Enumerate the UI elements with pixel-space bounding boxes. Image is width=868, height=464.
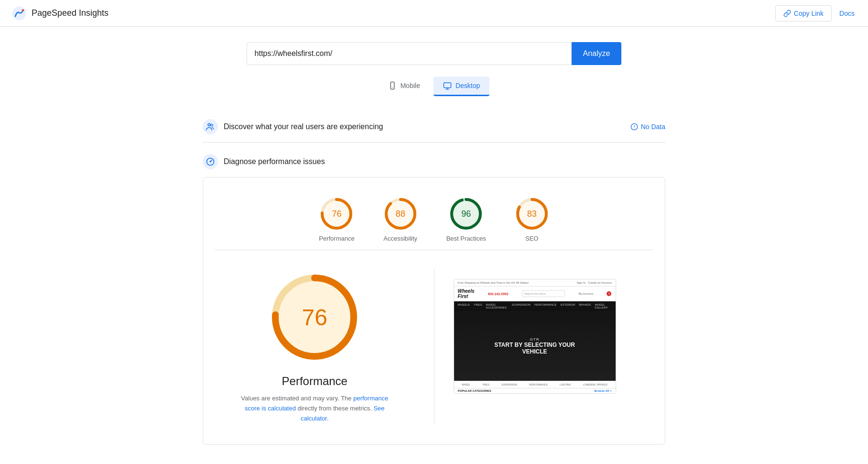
score-value-best-practices: 96 — [461, 209, 471, 219]
gauge-icon — [206, 157, 215, 166]
score-label-seo: SEO — [525, 235, 538, 242]
site-topbar-text: Free Shipping on Wheels and Tires in the… — [458, 281, 529, 284]
cat-wheel: WHEEL — [462, 383, 470, 386]
mobile-label: Mobile — [401, 82, 420, 89]
site-logo-text: WheelsFirst — [458, 288, 475, 299]
link-icon — [783, 10, 791, 17]
logo-area: PageSpeed Insights — [11, 6, 108, 21]
hero-title: START BY SELECTING YOURVEHICLE — [494, 342, 575, 355]
scores-row: 76 Performance 88 Accessibility — [215, 189, 653, 250]
no-data-badge: No Data — [630, 123, 665, 131]
real-users-title: Discover what your real users are experi… — [224, 122, 383, 131]
svg-point-1 — [22, 9, 24, 11]
users-icon — [206, 122, 215, 132]
nav-gallery: WHEEL GALLERY — [595, 303, 611, 309]
site-cart-icon: 0 — [607, 291, 611, 296]
score-note-mid: directly from these metrics. — [296, 405, 374, 412]
score-item-accessibility[interactable]: 88 Accessibility — [383, 197, 418, 242]
hero-content: GTR START BY SELECTING YOURVEHICLE — [494, 337, 575, 355]
hero-model: GTR — [494, 337, 575, 342]
real-users-title-row: Discover what your real users are experi… — [203, 119, 383, 134]
site-topbar-links: Sign In Create an Account — [576, 281, 611, 284]
cat-lighting: LIGHTING — [560, 383, 571, 386]
svg-point-3 — [392, 88, 393, 88]
diagnose-section: Diagnose performance issues 76 Performan… — [203, 154, 665, 445]
device-toggle: Mobile Desktop — [203, 77, 665, 96]
scores-panel: 76 Performance 88 Accessibility — [203, 177, 665, 445]
nav-tires: TIRES — [474, 303, 482, 309]
site-account-link: My Account — [578, 292, 593, 295]
large-score-section: 76 Performance Values are estimated and … — [215, 250, 653, 433]
cat-lowering: LOWERING SPRINGS — [583, 383, 608, 386]
vertical-divider — [434, 269, 434, 423]
cat-tires: TIRES — [482, 383, 489, 386]
real-users-icon — [203, 119, 218, 134]
site-search-bar: Search the store... — [522, 290, 565, 297]
copy-link-label: Copy Link — [794, 10, 824, 17]
svg-point-0 — [12, 6, 26, 20]
popular-cats-label: POPULAR CATEGORIES — [458, 389, 491, 392]
score-note: Values are estimated and may vary. The p… — [238, 394, 391, 423]
large-score-circle: 76 — [267, 269, 362, 365]
large-score-left: 76 Performance Values are estimated and … — [215, 269, 415, 423]
header-actions: Copy Link Docs — [775, 5, 857, 22]
screenshot-panel: Free Shipping on Wheels and Tires in the… — [454, 269, 654, 423]
header: PageSpeed Insights Copy Link Docs — [0, 0, 868, 27]
site-phone: 800.242.0952 — [488, 292, 509, 296]
docs-link[interactable]: Docs — [837, 6, 857, 21]
mobile-icon — [388, 81, 397, 90]
info-icon — [630, 123, 638, 131]
cat-suspension: SUSPENSION — [501, 383, 517, 386]
large-score-title: Performance — [282, 375, 347, 388]
mobile-tab[interactable]: Mobile — [379, 77, 430, 96]
diagnose-title: Diagnose performance issues — [224, 157, 325, 166]
copy-link-button[interactable]: Copy Link — [775, 5, 832, 22]
site-screenshot: Free Shipping on Wheels and Tires in the… — [454, 279, 616, 394]
search-section: Analyze — [203, 27, 665, 77]
nav-suspension: SUSPENSION — [512, 303, 531, 309]
site-header-bar: WheelsFirst 800.242.0952 Search the stor… — [454, 287, 616, 301]
app-title: PageSpeed Insights — [32, 8, 108, 18]
desktop-icon — [443, 81, 452, 90]
analyze-button[interactable]: Analyze — [572, 42, 622, 65]
site-mockup: Free Shipping on Wheels and Tires in the… — [454, 279, 616, 393]
pagespeed-logo-icon — [11, 6, 27, 21]
score-note-suffix: . — [327, 415, 329, 422]
site-nav-bar: WHEELS TIRES WHEEL ACCESSORIES SUSPENSIO… — [454, 301, 616, 311]
popular-cats-bar: POPULAR CATEGORIES Browse All > — [454, 388, 616, 393]
svg-point-6 — [211, 124, 213, 126]
site-hero: GTR START BY SELECTING YOURVEHICLE — [454, 311, 616, 381]
score-value-seo: 83 — [527, 209, 537, 219]
large-score-number: 76 — [302, 304, 327, 331]
svg-point-5 — [208, 123, 210, 126]
score-item-seo[interactable]: 83 SEO — [515, 197, 549, 242]
score-value-accessibility: 88 — [396, 209, 405, 219]
score-item-best-practices[interactable]: 96 Best Practices — [446, 197, 486, 242]
score-item-performance[interactable]: 76 Performance — [319, 197, 354, 242]
url-input-wrapper — [247, 42, 572, 65]
main-content: Analyze Mobile Desktop — [191, 27, 677, 445]
score-circle-best-practices: 96 — [449, 197, 483, 231]
popular-cats-more: Browse All > — [595, 389, 612, 392]
no-data-label: No Data — [641, 123, 665, 131]
score-value-performance: 76 — [332, 209, 341, 219]
score-circle-accessibility: 88 — [383, 197, 418, 231]
site-topbar: Free Shipping on Wheels and Tires in the… — [454, 279, 616, 287]
score-label-performance: Performance — [319, 235, 354, 242]
nav-wheels: WHEELS — [458, 303, 470, 309]
svg-rect-4 — [444, 83, 451, 88]
cat-performance: PERFORMANCE — [529, 383, 548, 386]
url-input[interactable] — [255, 49, 564, 58]
score-circle-performance: 76 — [319, 197, 354, 231]
nav-exterior: EXTERIOR — [561, 303, 575, 309]
score-note-prefix: Values are estimated and may vary. The — [241, 395, 353, 402]
diagnose-title-row: Diagnose performance issues — [203, 154, 665, 177]
nav-performance: PERFORMANCE — [534, 303, 557, 309]
desktop-tab[interactable]: Desktop — [434, 77, 489, 96]
desktop-label: Desktop — [456, 82, 480, 89]
site-footer-categories: WHEEL TIRES SUSPENSION PERFORMANCE LIGHT… — [454, 381, 616, 388]
score-label-accessibility: Accessibility — [383, 235, 417, 242]
score-label-best-practices: Best Practices — [446, 235, 486, 242]
real-users-section: Discover what your real users are experi… — [203, 111, 665, 143]
nav-accessories: WHEEL ACCESSORIES — [486, 303, 508, 309]
